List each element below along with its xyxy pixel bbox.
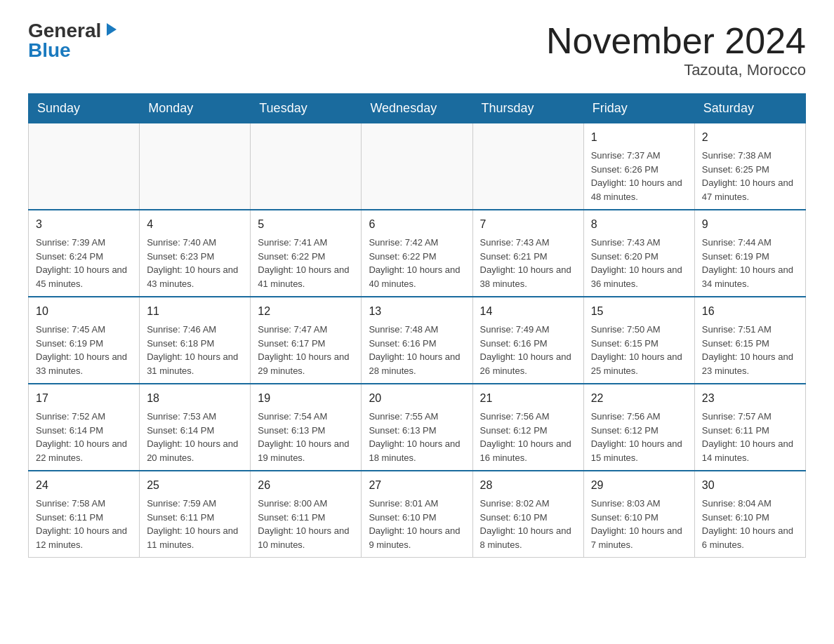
title-area: November 2024 Tazouta, Morocco <box>546 21 806 79</box>
table-row: 23Sunrise: 7:57 AMSunset: 6:11 PMDayligh… <box>694 384 805 471</box>
col-header-friday: Friday <box>583 94 694 123</box>
day-info: Sunrise: 7:42 AMSunset: 6:22 PMDaylight:… <box>369 236 465 290</box>
day-number: 10 <box>36 303 132 320</box>
table-row: 15Sunrise: 7:50 AMSunset: 6:15 PMDayligh… <box>583 297 694 384</box>
col-header-monday: Monday <box>140 94 251 123</box>
day-info: Sunrise: 7:58 AMSunset: 6:11 PMDaylight:… <box>36 497 132 551</box>
col-header-thursday: Thursday <box>472 94 583 123</box>
calendar-week-row: 24Sunrise: 7:58 AMSunset: 6:11 PMDayligh… <box>29 471 806 558</box>
table-row: 10Sunrise: 7:45 AMSunset: 6:19 PMDayligh… <box>29 297 140 384</box>
day-info: Sunrise: 7:50 AMSunset: 6:15 PMDaylight:… <box>591 323 687 377</box>
day-number: 19 <box>258 390 354 407</box>
table-row: 4Sunrise: 7:40 AMSunset: 6:23 PMDaylight… <box>140 210 251 297</box>
day-info: Sunrise: 7:49 AMSunset: 6:16 PMDaylight:… <box>480 323 576 377</box>
table-row: 9Sunrise: 7:44 AMSunset: 6:19 PMDaylight… <box>694 210 805 297</box>
logo-arrow-icon <box>104 22 119 37</box>
day-number: 1 <box>591 129 687 146</box>
table-row: 24Sunrise: 7:58 AMSunset: 6:11 PMDayligh… <box>29 471 140 558</box>
table-row: 26Sunrise: 8:00 AMSunset: 6:11 PMDayligh… <box>251 471 362 558</box>
day-number: 30 <box>702 477 798 494</box>
day-info: Sunrise: 7:47 AMSunset: 6:17 PMDaylight:… <box>258 323 354 377</box>
day-number: 24 <box>36 477 132 494</box>
table-row: 13Sunrise: 7:48 AMSunset: 6:16 PMDayligh… <box>362 297 472 384</box>
day-info: Sunrise: 8:04 AMSunset: 6:10 PMDaylight:… <box>702 497 798 551</box>
day-info: Sunrise: 8:02 AMSunset: 6:10 PMDaylight:… <box>480 497 576 551</box>
day-number: 5 <box>258 216 354 233</box>
month-title: November 2024 <box>546 21 806 61</box>
table-row: 3Sunrise: 7:39 AMSunset: 6:24 PMDaylight… <box>29 210 140 297</box>
table-row: 22Sunrise: 7:56 AMSunset: 6:12 PMDayligh… <box>583 384 694 471</box>
table-row <box>140 123 251 210</box>
day-info: Sunrise: 7:56 AMSunset: 6:12 PMDaylight:… <box>591 410 687 464</box>
location-label: Tazouta, Morocco <box>546 61 806 79</box>
day-number: 8 <box>591 216 687 233</box>
table-row <box>362 123 472 210</box>
calendar-week-row: 10Sunrise: 7:45 AMSunset: 6:19 PMDayligh… <box>29 297 806 384</box>
col-header-tuesday: Tuesday <box>251 94 362 123</box>
table-row <box>472 123 583 210</box>
day-info: Sunrise: 7:44 AMSunset: 6:19 PMDaylight:… <box>702 236 798 290</box>
table-row: 21Sunrise: 7:56 AMSunset: 6:12 PMDayligh… <box>472 384 583 471</box>
table-row: 8Sunrise: 7:43 AMSunset: 6:20 PMDaylight… <box>583 210 694 297</box>
table-row: 5Sunrise: 7:41 AMSunset: 6:22 PMDaylight… <box>251 210 362 297</box>
day-info: Sunrise: 7:45 AMSunset: 6:19 PMDaylight:… <box>36 323 132 377</box>
day-number: 15 <box>591 303 687 320</box>
day-number: 20 <box>369 390 465 407</box>
day-info: Sunrise: 7:51 AMSunset: 6:15 PMDaylight:… <box>702 323 798 377</box>
calendar-table: Sunday Monday Tuesday Wednesday Thursday… <box>28 93 806 558</box>
day-info: Sunrise: 7:48 AMSunset: 6:16 PMDaylight:… <box>369 323 465 377</box>
table-row <box>251 123 362 210</box>
day-info: Sunrise: 7:53 AMSunset: 6:14 PMDaylight:… <box>147 410 243 464</box>
table-row: 11Sunrise: 7:46 AMSunset: 6:18 PMDayligh… <box>140 297 251 384</box>
day-number: 22 <box>591 390 687 407</box>
calendar-header-row: Sunday Monday Tuesday Wednesday Thursday… <box>29 94 806 123</box>
day-number: 4 <box>147 216 243 233</box>
day-number: 13 <box>369 303 465 320</box>
day-number: 23 <box>702 390 798 407</box>
day-info: Sunrise: 7:56 AMSunset: 6:12 PMDaylight:… <box>480 410 576 464</box>
day-number: 28 <box>480 477 576 494</box>
col-header-wednesday: Wednesday <box>362 94 472 123</box>
day-number: 11 <box>147 303 243 320</box>
day-info: Sunrise: 7:41 AMSunset: 6:22 PMDaylight:… <box>258 236 354 290</box>
day-info: Sunrise: 8:01 AMSunset: 6:10 PMDaylight:… <box>369 497 465 551</box>
day-info: Sunrise: 7:59 AMSunset: 6:11 PMDaylight:… <box>147 497 243 551</box>
day-info: Sunrise: 7:57 AMSunset: 6:11 PMDaylight:… <box>702 410 798 464</box>
table-row: 16Sunrise: 7:51 AMSunset: 6:15 PMDayligh… <box>694 297 805 384</box>
table-row: 20Sunrise: 7:55 AMSunset: 6:13 PMDayligh… <box>362 384 472 471</box>
day-info: Sunrise: 7:43 AMSunset: 6:20 PMDaylight:… <box>591 236 687 290</box>
day-info: Sunrise: 7:37 AMSunset: 6:26 PMDaylight:… <box>591 149 687 203</box>
day-info: Sunrise: 7:55 AMSunset: 6:13 PMDaylight:… <box>369 410 465 464</box>
calendar-week-row: 17Sunrise: 7:52 AMSunset: 6:14 PMDayligh… <box>29 384 806 471</box>
table-row: 28Sunrise: 8:02 AMSunset: 6:10 PMDayligh… <box>472 471 583 558</box>
day-number: 3 <box>36 216 132 233</box>
table-row: 2Sunrise: 7:38 AMSunset: 6:25 PMDaylight… <box>694 123 805 210</box>
day-info: Sunrise: 7:43 AMSunset: 6:21 PMDaylight:… <box>480 236 576 290</box>
day-number: 7 <box>480 216 576 233</box>
day-info: Sunrise: 7:54 AMSunset: 6:13 PMDaylight:… <box>258 410 354 464</box>
day-number: 6 <box>369 216 465 233</box>
day-number: 26 <box>258 477 354 494</box>
logo-general-text: General <box>28 21 101 41</box>
day-number: 21 <box>480 390 576 407</box>
table-row: 27Sunrise: 8:01 AMSunset: 6:10 PMDayligh… <box>362 471 472 558</box>
day-info: Sunrise: 7:46 AMSunset: 6:18 PMDaylight:… <box>147 323 243 377</box>
day-info: Sunrise: 7:38 AMSunset: 6:25 PMDaylight:… <box>702 149 798 203</box>
table-row: 25Sunrise: 7:59 AMSunset: 6:11 PMDayligh… <box>140 471 251 558</box>
day-info: Sunrise: 7:40 AMSunset: 6:23 PMDaylight:… <box>147 236 243 290</box>
day-number: 9 <box>702 216 798 233</box>
table-row: 19Sunrise: 7:54 AMSunset: 6:13 PMDayligh… <box>251 384 362 471</box>
table-row: 17Sunrise: 7:52 AMSunset: 6:14 PMDayligh… <box>29 384 140 471</box>
calendar-week-row: 3Sunrise: 7:39 AMSunset: 6:24 PMDaylight… <box>29 210 806 297</box>
svg-marker-0 <box>107 23 117 36</box>
day-number: 12 <box>258 303 354 320</box>
table-row: 14Sunrise: 7:49 AMSunset: 6:16 PMDayligh… <box>472 297 583 384</box>
table-row: 12Sunrise: 7:47 AMSunset: 6:17 PMDayligh… <box>251 297 362 384</box>
day-info: Sunrise: 8:00 AMSunset: 6:11 PMDaylight:… <box>258 497 354 551</box>
day-number: 29 <box>591 477 687 494</box>
logo: General Blue <box>28 21 119 60</box>
col-header-saturday: Saturday <box>694 94 805 123</box>
day-number: 2 <box>702 129 798 146</box>
calendar-week-row: 1Sunrise: 7:37 AMSunset: 6:26 PMDaylight… <box>29 123 806 210</box>
day-number: 18 <box>147 390 243 407</box>
